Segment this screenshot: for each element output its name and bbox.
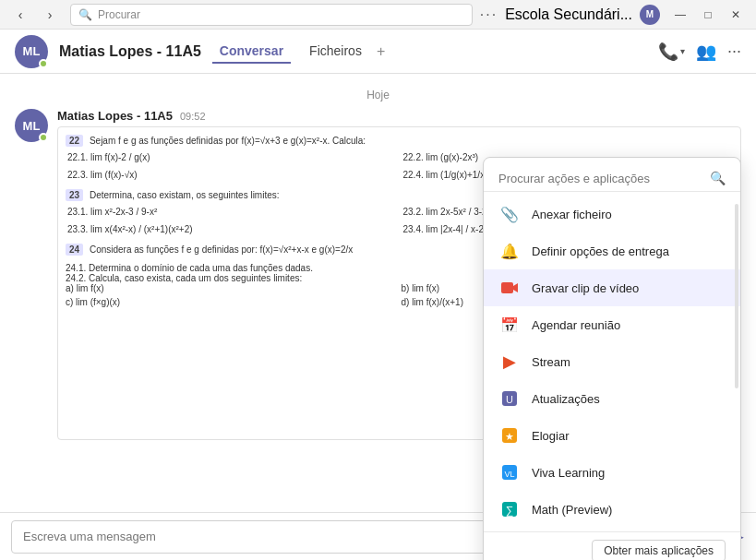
user-avatar: M — [640, 5, 660, 25]
action-math-label: Math (Preview) — [532, 503, 612, 517]
math-icon: ∑ — [498, 498, 521, 520]
math-item-242a: a) lim f(x) — [66, 283, 398, 293]
close-button[interactable]: ✕ — [723, 5, 749, 25]
section-23-label: 23 — [66, 189, 83, 201]
math-item-231: 23.1. lim x²-2x-3 / 9-x² — [66, 205, 398, 219]
titlebar: ‹ › 🔍 Procurar ··· Escola Secundári... M… — [0, 0, 756, 30]
more-dots: ··· — [480, 6, 498, 23]
message-time: 09:52 — [180, 111, 206, 122]
action-video-clip[interactable]: Gravar clip de vídeo — [484, 269, 740, 306]
action-viva-label: Viva Learning — [532, 466, 605, 480]
svg-text:U: U — [506, 394, 513, 405]
action-delivery[interactable]: 🔔 Definir opções de entrega — [484, 232, 740, 269]
dropdown-scrollbar — [735, 204, 738, 388]
stream-icon: ▶ — [498, 351, 521, 373]
viva-icon: VL — [498, 461, 521, 483]
action-delivery-label: Definir opções de entrega — [532, 244, 669, 258]
action-schedule[interactable]: 📅 Agendar reunião — [484, 306, 740, 343]
channel-title: Matias Lopes - 11A5 — [59, 43, 201, 60]
dropdown-search-icon: 🔍 — [710, 171, 726, 185]
maximize-button[interactable]: □ — [695, 5, 721, 25]
updates-icon: U — [498, 387, 521, 410]
dropdown-search-input[interactable] — [498, 172, 702, 185]
call-button[interactable]: 📞 ▾ — [658, 42, 685, 62]
tab-conversar[interactable]: Conversar — [212, 40, 291, 64]
section-22-label: 22 — [66, 135, 83, 147]
message-avatar: ML — [15, 109, 48, 142]
people-icon: 👥 — [696, 42, 716, 62]
math-item-242c: c) lim (f×g)(x) — [66, 297, 398, 307]
action-attach-label: Anexar ficheiro — [532, 208, 612, 221]
svg-rect-0 — [501, 282, 513, 293]
svg-text:VL: VL — [504, 470, 514, 479]
section-23-text: Determina, caso existam, os seguintes li… — [90, 190, 280, 200]
search-bar[interactable]: 🔍 Procurar — [70, 4, 473, 26]
more-apps-button[interactable]: Obter mais aplicações — [592, 540, 726, 560]
more-dots-icon: ··· — [727, 42, 741, 61]
tab-ficheiros[interactable]: Ficheiros — [302, 40, 369, 64]
praise-icon: ★ — [498, 424, 521, 447]
actions-dropdown: 🔍 📎 Anexar ficheiro 🔔 Definir opções de … — [483, 157, 741, 560]
action-praise[interactable]: ★ Elogiar — [484, 417, 740, 454]
section-22-text: Sejam f e g as funções definidas por f(x… — [90, 136, 366, 146]
action-video-clip-label: Gravar clip de vídeo — [532, 281, 639, 295]
titlebar-right: ··· Escola Secundári... M — [480, 5, 660, 25]
action-schedule-label: Agendar reunião — [532, 318, 620, 332]
message-sender: Matias Lopes - 11A5 — [57, 109, 173, 123]
call-chevron: ▾ — [680, 46, 685, 56]
people-button[interactable]: 👥 — [696, 42, 716, 62]
action-attach[interactable]: 📎 Anexar ficheiro — [484, 196, 740, 232]
nav-back-button[interactable]: ‹ — [7, 5, 33, 25]
search-icon: 🔍 — [78, 8, 92, 21]
message-header: Matias Lopes - 11A5 09:52 — [57, 109, 741, 123]
call-icon: 📞 — [658, 42, 678, 62]
paperclip-icon: 📎 — [498, 203, 521, 225]
action-praise-label: Elogiar — [532, 429, 569, 443]
action-updates[interactable]: U Atualizações — [484, 380, 740, 417]
action-viva[interactable]: VL Viva Learning — [484, 454, 740, 491]
nav-forward-button[interactable]: › — [37, 5, 63, 25]
action-stream-label: Stream — [532, 355, 570, 369]
window-controls: — □ ✕ — [667, 5, 749, 25]
bell-icon: 🔔 — [498, 240, 521, 262]
svg-text:★: ★ — [505, 431, 514, 442]
header-right-actions: 📞 ▾ 👥 ··· — [658, 42, 741, 62]
action-stream[interactable]: ▶ Stream — [484, 343, 740, 380]
section-24-label: 24 — [66, 244, 83, 256]
dropdown-search-bar[interactable]: 🔍 — [484, 165, 740, 192]
calendar-icon: 📅 — [498, 314, 521, 336]
tab-add-button[interactable]: + — [377, 43, 385, 60]
video-clip-icon — [498, 277, 521, 299]
math-item-233: 23.3. lim x(4x²-x) / (x²+1)(x²+2) — [66, 222, 398, 236]
nav-controls: ‹ › — [7, 5, 63, 25]
math-item-223: 22.3. lim (f(x)-√x) — [66, 168, 398, 182]
minimize-button[interactable]: — — [667, 5, 693, 25]
svg-text:∑: ∑ — [506, 504, 514, 517]
message-avatar-status — [39, 133, 48, 142]
channel-avatar: ML — [15, 35, 48, 68]
search-placeholder-text: Procurar — [98, 8, 140, 21]
date-divider: Hoje — [15, 89, 741, 101]
action-updates-label: Atualizações — [532, 392, 600, 406]
section-24-text: Considera as funções f e g definidas por… — [90, 244, 353, 255]
avatar-status — [39, 59, 48, 68]
school-name: Escola Secundári... — [505, 6, 632, 23]
math-item-221: 22.1. lim f(x)-2 / g(x) — [66, 150, 398, 164]
action-math[interactable]: ∑ Math (Preview) — [484, 491, 740, 528]
more-options-button[interactable]: ··· — [727, 42, 741, 61]
dropdown-footer: Obter mais aplicações — [484, 531, 740, 560]
channel-header: ML Matias Lopes - 11A5 Conversar Ficheir… — [0, 30, 756, 74]
